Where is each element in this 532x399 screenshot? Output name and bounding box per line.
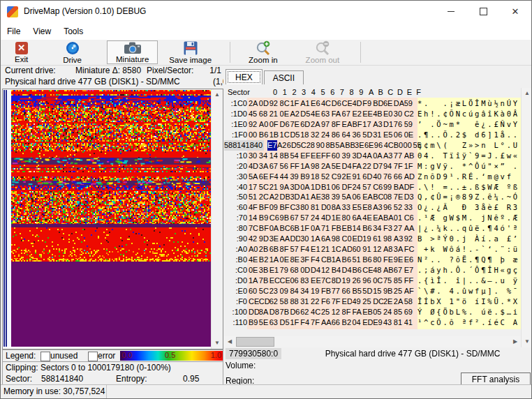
hex-byte[interactable]: 2B <box>259 244 269 255</box>
hex-byte[interactable]: 3D <box>290 192 300 202</box>
hex-row[interactable]: :F0CECD6258883122F67FED4925DC2E2A58ÎÍbX … <box>224 296 521 307</box>
scroll-down-icon[interactable]: ▼ <box>522 336 532 347</box>
hex-byte[interactable]: BC <box>373 192 383 202</box>
hex-byte[interactable]: 67 <box>342 109 353 119</box>
scroll-down-icon[interactable]: ▼ <box>212 338 223 349</box>
hex-byte[interactable]: DF <box>404 182 415 193</box>
hex-byte[interactable]: D6 <box>332 98 342 109</box>
hex-byte[interactable]: 5A <box>335 140 345 151</box>
hex-byte[interactable]: 05 <box>373 307 383 317</box>
hex-byte[interactable]: D7 <box>373 161 383 172</box>
hex-byte[interactable]: B2 <box>342 317 353 328</box>
hex-byte[interactable]: CD <box>259 296 269 307</box>
hex-byte[interactable]: 22 <box>362 161 373 172</box>
hex-byte[interactable]: 1C <box>332 244 342 255</box>
hex-byte[interactable]: 1A <box>300 161 311 172</box>
hex-byte[interactable]: B6 <box>342 255 353 265</box>
hex-byte[interactable]: BA <box>383 213 394 223</box>
hex-byte[interactable]: 3D <box>352 151 362 161</box>
hex-byte[interactable]: 8A <box>259 307 269 317</box>
drive-map-canvas[interactable] <box>11 90 212 347</box>
hex-byte[interactable]: 96 <box>383 202 394 213</box>
hex-row[interactable]: :103034148B54EFEEFF60393D4A0AA377AB04. T… <box>224 151 521 161</box>
hex-byte[interactable]: 85 <box>394 307 404 317</box>
hex-byte[interactable]: 25 <box>321 307 332 317</box>
hex-byte[interactable]: 7F <box>394 161 404 172</box>
hex-byte[interactable]: 1D <box>311 182 321 193</box>
hex-byte[interactable]: C2 <box>404 109 415 119</box>
hex-byte[interactable]: 58 <box>280 296 290 307</box>
hex-byte[interactable]: 30 <box>249 151 259 161</box>
hex-byte[interactable]: 19 <box>362 234 373 244</box>
menu-file[interactable]: File <box>1 27 27 36</box>
hex-byte[interactable]: A8 <box>383 244 394 255</box>
hex-byte[interactable]: 39 <box>332 192 342 202</box>
hex-byte[interactable]: 45 <box>249 109 259 119</box>
hex-byte[interactable]: 0D <box>300 265 311 276</box>
hex-byte[interactable]: DD <box>290 234 300 244</box>
hex-byte[interactable]: 01 <box>394 213 404 223</box>
hex-byte[interactable]: 57 <box>300 213 311 223</box>
hex-byte[interactable]: 9B <box>280 213 290 223</box>
hex-byte[interactable]: C6 <box>404 213 415 223</box>
hex-byte[interactable]: E6 <box>404 255 415 265</box>
hex-byte[interactable]: FF <box>290 161 300 172</box>
hex-byte[interactable]: DA <box>394 98 404 109</box>
hex-byte[interactable]: 5D <box>362 130 373 140</box>
hex-byte[interactable]: E8 <box>362 202 373 213</box>
drive-button[interactable]: Drive <box>54 40 90 64</box>
scroll-up-icon[interactable]: ▲ <box>522 88 532 99</box>
minimize-button[interactable] <box>435 1 467 22</box>
hex-row[interactable]: :1C02A0D928C1FA1E64CD6CE4DF9BD6EDA59*. .… <box>224 98 521 109</box>
hex-byte[interactable]: 0A <box>373 151 383 161</box>
hex-byte[interactable]: 8E <box>290 255 300 265</box>
hex-byte[interactable]: 5E <box>332 161 342 172</box>
hex-byte[interactable]: 51 <box>249 192 259 202</box>
hex-byte[interactable]: 06 <box>352 192 362 202</box>
hex-byte[interactable]: 24 <box>383 307 394 317</box>
hex-byte[interactable]: B9 <box>259 213 269 223</box>
hex-byte[interactable]: 14 <box>249 213 259 223</box>
hex-byte[interactable]: DD <box>249 307 259 317</box>
hex-byte[interactable]: DC <box>373 296 383 307</box>
hex-byte[interactable]: 61 <box>373 234 383 244</box>
hex-byte[interactable]: 8D <box>332 276 342 286</box>
hex-byte[interactable]: 34 <box>373 223 383 234</box>
hex-byte[interactable]: 2E <box>342 172 353 182</box>
hex-byte[interactable]: 9B <box>383 286 394 296</box>
hex-byte[interactable]: 12 <box>332 307 342 317</box>
hex-row[interactable]: :A0A02B6B8F57F4E1211CAD609112A83AFC +k W… <box>224 244 521 255</box>
hex-byte[interactable]: 5E <box>259 317 269 328</box>
hex-byte[interactable]: 1F <box>290 98 300 109</box>
hex-byte[interactable]: AB <box>404 151 415 161</box>
hex-byte[interactable]: B9 <box>300 172 311 182</box>
hex-byte[interactable]: 6D <box>362 172 373 182</box>
hex-byte[interactable]: EF <box>300 151 311 161</box>
hex-byte[interactable]: 7E <box>290 119 300 130</box>
hex-byte[interactable]: 8F <box>342 307 353 317</box>
hex-byte[interactable]: 25 <box>362 296 373 307</box>
hex-byte[interactable]: B6 <box>362 255 373 265</box>
hex-byte[interactable]: 98 <box>311 161 321 172</box>
hex-byte[interactable]: 1A <box>332 255 342 265</box>
hex-byte[interactable]: EE <box>311 276 321 286</box>
hex-byte[interactable]: 77 <box>394 151 404 161</box>
hex-byte[interactable]: BD <box>373 98 383 109</box>
hex-byte[interactable]: 5C <box>259 182 269 193</box>
hex-byte[interactable]: 0A <box>300 182 311 193</box>
hex-byte[interactable]: 14 <box>269 151 280 161</box>
hex-byte[interactable]: 30 <box>394 109 404 119</box>
hex-byte[interactable]: AD <box>342 244 353 255</box>
hex-byte[interactable]: 83 <box>300 276 311 286</box>
hex-byte[interactable]: 66 <box>332 317 342 328</box>
hex-byte[interactable]: 49 <box>352 296 362 307</box>
hex-byte[interactable]: 17 <box>249 182 259 193</box>
hex-byte[interactable]: E0 <box>383 109 394 119</box>
hex-byte[interactable]: B6 <box>352 265 362 276</box>
hex-row[interactable]: :50512CA2DB3DA1AE38395A06EABC087ED3Q,¢Û=… <box>224 192 521 202</box>
hex-byte[interactable]: 86 <box>332 130 342 140</box>
hex-byte[interactable]: 7C <box>249 223 259 234</box>
hex-byte[interactable]: 21 <box>269 182 280 193</box>
hex-row[interactable]: :204D3A6756FF1A982A5ED4FA22D7947F1FM:gVÿ… <box>224 161 521 172</box>
hex-byte[interactable]: D4 <box>342 265 353 276</box>
